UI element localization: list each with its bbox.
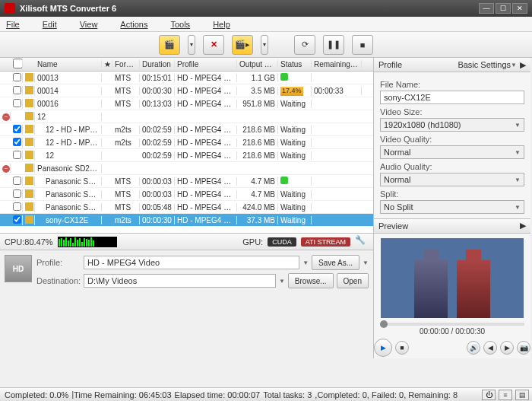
profile-select[interactable]: HD - MPEG4 Video <box>84 256 299 269</box>
ati-badge: ATI STREAM <box>301 237 350 247</box>
row-checkbox[interactable] <box>13 86 21 94</box>
col-duration[interactable]: Duration <box>140 60 175 68</box>
row-checkbox[interactable] <box>13 189 21 198</box>
browse-button[interactable]: Browse... <box>288 273 334 288</box>
convert-button[interactable]: 🎬▸ <box>232 35 253 55</box>
next-frame-button[interactable]: ▶ <box>500 341 514 355</box>
file-table: Name ★ Format Duration Profile Output Si… <box>0 58 373 233</box>
table-row[interactable]: Panasonic SD20...MTS00:00:03HD - MPEG4 V… <box>0 175 373 188</box>
status-completed: Completed: 0.0% <box>5 390 68 399</box>
profile-header: Profile Basic Settings ▼ ▶ <box>374 58 530 72</box>
cpu-graph <box>58 237 117 247</box>
table-row[interactable]: 12 - HD - MPEG4 ...m2ts00:02:59HD - MPEG… <box>0 123 373 136</box>
profile-dropdown-icon[interactable]: ▼ <box>302 259 309 266</box>
col-profile[interactable]: Profile <box>175 60 237 68</box>
col-size[interactable]: Output Size <box>237 60 278 68</box>
menu-file[interactable]: File <box>6 20 20 29</box>
row-checkbox[interactable] <box>13 99 21 107</box>
row-checkbox[interactable] <box>13 151 21 159</box>
table-row[interactable]: −12 <box>0 110 373 123</box>
row-checkbox[interactable] <box>13 202 21 211</box>
menu-actions[interactable]: Actions <box>120 20 147 29</box>
table-row[interactable]: 12 - HD - MPEG4 ...m2ts00:02:59HD - MPEG… <box>0 136 373 149</box>
menu-view[interactable]: View <box>80 20 98 29</box>
table-row[interactable]: 00013MTS00:15:01HD - MPEG4 Vi...1.1 GB <box>0 72 373 84</box>
delete-button[interactable]: ✕ <box>203 35 224 55</box>
preview-expand-icon[interactable]: ▶ <box>520 221 526 231</box>
preview-image <box>381 238 524 319</box>
audioqual-select[interactable]: Normal▼ <box>380 173 524 186</box>
col-remaining[interactable]: Remaining Time <box>312 60 362 68</box>
cpu-bar: CPU:80.47% GPU: CUDA ATI STREAM 🔧 <box>0 233 373 250</box>
table-row[interactable]: 00014MTS00:00:30HD - MPEG4 Vi...3.5 MB17… <box>0 84 373 97</box>
preview-header: Preview ▶ <box>374 218 530 233</box>
close-button[interactable]: ✕ <box>512 3 527 14</box>
pause-button[interactable]: ❚❚ <box>323 35 344 55</box>
preview-title: Preview <box>378 221 520 231</box>
videoqual-label: Video Quality: <box>380 135 524 144</box>
row-checkbox[interactable] <box>13 138 21 146</box>
app-icon <box>5 3 15 14</box>
menu-edit[interactable]: Edit <box>43 20 57 29</box>
preview-content <box>414 260 448 318</box>
window-title: Xilisoft MTS Converter 6 <box>20 4 477 13</box>
filename-input[interactable]: sony-CX12E <box>380 91 524 104</box>
table-row[interactable]: 1200:02:59HD - MPEG4 Vi...218.6 MBWaitin… <box>0 149 373 162</box>
prev-frame-button[interactable]: ◀ <box>483 341 497 355</box>
row-checkbox[interactable] <box>13 215 21 224</box>
stop-preview-button[interactable]: ■ <box>395 341 409 355</box>
table-header: Name ★ Format Duration Profile Output Si… <box>0 58 373 72</box>
gpu-label: GPU: <box>242 237 263 247</box>
col-status[interactable]: Status <box>278 60 312 68</box>
table-row[interactable]: Panasonic SD20...MTS00:05:48HD - MPEG4 V… <box>0 201 373 214</box>
table-row[interactable]: 00016MTS00:13:03HD - MPEG4 Vi...951.8 MB… <box>0 97 373 110</box>
status-tasks: Total tasks: 3 <box>263 390 312 399</box>
profile-panel: File Name: sony-CX12E Video Size: 1920x1… <box>374 72 530 218</box>
audioqual-label: Audio Quality: <box>380 162 524 171</box>
destination-input[interactable]: D:\My Videos <box>84 274 276 288</box>
refresh-button[interactable]: ⟳ <box>294 35 315 55</box>
mute-button[interactable]: 🔊 <box>467 341 480 355</box>
log-icon[interactable]: ≡ <box>499 390 512 400</box>
menu-tools[interactable]: Tools <box>170 20 190 29</box>
videosize-select[interactable]: 1920x1080 (hd1080)▼ <box>380 118 524 132</box>
col-name[interactable]: Name <box>35 60 102 68</box>
cuda-badge: CUDA <box>268 237 296 247</box>
toolbar: 🎬 ▾ ✕ 🎬▸ ▾ ⟳ ❚❚ ■ <box>0 32 532 58</box>
maximize-button[interactable]: ☐ <box>496 3 511 14</box>
shutdown-icon[interactable]: ⏻ <box>482 390 496 400</box>
bottom-panel: HD Profile: HD - MPEG4 Video ▼ Save As..… <box>0 250 373 358</box>
status-detail: ,Completed: 0, Failed: 0, Remaining: 8 <box>315 390 458 399</box>
minimize-button[interactable]: — <box>479 3 494 14</box>
filename-label: File Name: <box>380 80 524 89</box>
add-file-button[interactable]: 🎬 <box>159 35 180 55</box>
status-remaining: Time Remaining: 06:45:03 <box>74 390 172 399</box>
play-button[interactable]: ▶ <box>374 339 392 357</box>
save-as-button[interactable]: Save As... <box>312 255 359 270</box>
convert-dropdown[interactable]: ▾ <box>261 35 268 55</box>
row-checkbox[interactable] <box>13 125 21 133</box>
open-button[interactable]: Open <box>337 273 369 288</box>
row-checkbox[interactable] <box>13 73 21 81</box>
menu-help[interactable]: Help <box>213 20 230 29</box>
table-row[interactable]: −Panasonic SD20_... <box>0 162 373 175</box>
basic-settings-link[interactable]: Basic Settings <box>458 60 511 69</box>
preview-seekbar[interactable] <box>380 323 524 326</box>
profile-expand-icon[interactable]: ▶ <box>520 60 526 70</box>
checkall[interactable] <box>13 59 23 68</box>
videoqual-select[interactable]: Normal▼ <box>380 145 524 159</box>
snapshot-button[interactable]: 📷 <box>517 341 530 355</box>
gpu-settings-button[interactable]: 🔧 <box>355 235 369 249</box>
videosize-label: Video Size: <box>380 107 524 116</box>
col-format[interactable]: Format <box>112 60 140 68</box>
add-dropdown[interactable]: ▾ <box>188 35 195 55</box>
info-icon[interactable]: ▤ <box>515 390 529 400</box>
split-select[interactable]: No Split▼ <box>380 200 524 214</box>
profile-label: Profile: <box>36 258 81 267</box>
hd-badge: HD <box>5 255 32 282</box>
table-row[interactable]: sony-CX12Em2ts00:00:30HD - MPEG4 Vi...37… <box>0 214 373 227</box>
titlebar: Xilisoft MTS Converter 6 — ☐ ✕ <box>0 0 532 17</box>
stop-button[interactable]: ■ <box>352 35 373 55</box>
row-checkbox[interactable] <box>13 177 21 185</box>
table-row[interactable]: Panasonic SD20...MTS00:00:03HD - MPEG4 V… <box>0 188 373 201</box>
